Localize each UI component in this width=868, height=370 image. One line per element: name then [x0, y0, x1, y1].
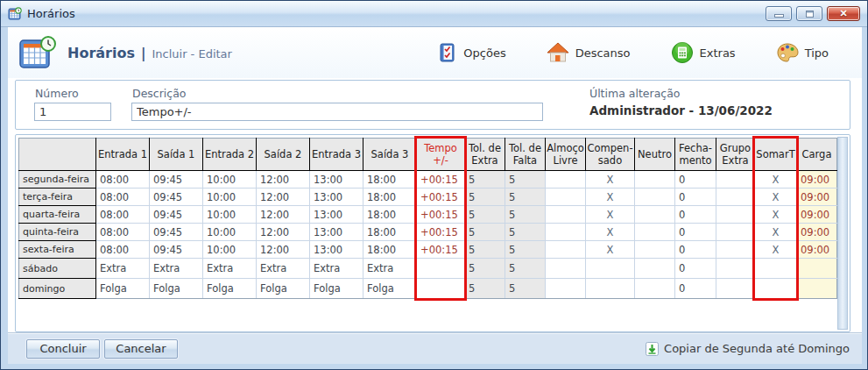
row-header-domingo[interactable]: domingo [19, 279, 96, 299]
cell-sexta-feira-saida1[interactable]: 09:45 [150, 241, 203, 259]
cell-quinta-feira-entrada1[interactable]: 08:00 [96, 224, 150, 241]
cancelar-button[interactable]: Cancelar [104, 339, 178, 359]
cell-sábado-tol_falta[interactable]: 5 [505, 259, 546, 279]
cell-sexta-feira-entrada3[interactable]: 13:00 [310, 241, 363, 259]
column-header-tol_falta[interactable]: Tol. de Falta [505, 139, 546, 171]
column-header-grupo_extra[interactable]: Grupo Extra [716, 139, 755, 171]
cell-quinta-feira-somart[interactable]: X [755, 224, 797, 241]
tipo-button[interactable]: Tipo [776, 42, 829, 63]
cell-sexta-feira-entrada1[interactable]: 08:00 [96, 241, 150, 259]
cell-domingo-fechamento[interactable]: 0 [675, 279, 716, 299]
cell-sábado-compensado[interactable] [586, 259, 635, 279]
cell-sábado-neutro[interactable] [635, 259, 675, 279]
opcoes-button[interactable]: Opções [438, 42, 505, 63]
cell-sábado-saida2[interactable]: Extra [257, 259, 310, 279]
cell-terça-feira-tempo[interactable]: +00:15 [417, 189, 465, 206]
cell-quinta-feira-saida2[interactable]: 12:00 [257, 224, 310, 241]
cell-quinta-feira-carga[interactable]: 09:00 [797, 224, 837, 241]
cell-quarta-feira-almoco[interactable] [546, 206, 586, 224]
cell-quarta-feira-entrada2[interactable]: 10:00 [203, 206, 257, 224]
cell-segunda-feira-neutro[interactable] [635, 171, 675, 189]
row-header-sábado[interactable]: sábado [19, 259, 96, 279]
cell-terça-feira-carga[interactable]: 09:00 [797, 189, 837, 206]
cell-segunda-feira-tol_falta[interactable]: 5 [505, 171, 546, 189]
cell-sábado-fechamento[interactable]: 0 [675, 259, 716, 279]
cell-terça-feira-almoco[interactable] [546, 189, 586, 206]
cell-quinta-feira-almoco[interactable] [546, 224, 586, 241]
cell-sábado-saida1[interactable]: Extra [150, 259, 203, 279]
cell-sexta-feira-neutro[interactable] [635, 241, 675, 259]
cell-quinta-feira-entrada3[interactable]: 13:00 [310, 224, 363, 241]
cell-sábado-entrada3[interactable]: Extra [310, 259, 363, 279]
column-header-fechamento[interactable]: Fecha- mento [675, 139, 716, 171]
cell-quinta-feira-compensado[interactable]: X [586, 224, 635, 241]
cell-quinta-feira-neutro[interactable] [635, 224, 675, 241]
cell-terça-feira-entrada1[interactable]: 08:00 [96, 189, 150, 206]
cell-quarta-feira-saida2[interactable]: 12:00 [257, 206, 310, 224]
cell-sábado-saida3[interactable]: Extra [363, 259, 417, 279]
cell-quinta-feira-tol_falta[interactable]: 5 [505, 224, 546, 241]
cell-sábado-tempo[interactable] [417, 259, 465, 279]
cell-domingo-tol_extra[interactable]: 5 [465, 279, 505, 299]
cell-segunda-feira-almoco[interactable] [546, 171, 586, 189]
cell-quinta-feira-tempo[interactable]: +00:15 [417, 224, 465, 241]
cell-domingo-compensado[interactable] [586, 279, 635, 299]
cell-quarta-feira-tol_extra[interactable]: 5 [465, 206, 505, 224]
cell-domingo-grupo_extra[interactable] [716, 279, 755, 299]
cell-segunda-feira-somart[interactable]: X [755, 171, 797, 189]
cell-quarta-feira-fechamento[interactable]: 0 [675, 206, 716, 224]
cell-terça-feira-grupo_extra[interactable] [716, 189, 755, 206]
cell-terça-feira-tol_falta[interactable]: 5 [505, 189, 546, 206]
cell-segunda-feira-grupo_extra[interactable] [716, 171, 755, 189]
column-header-compensado[interactable]: Compen- sado [586, 139, 635, 171]
column-header-entrada2[interactable]: Entrada 2 [203, 139, 257, 171]
column-header-saida3[interactable]: Saída 3 [363, 139, 417, 171]
cell-sexta-feira-tol_falta[interactable]: 5 [505, 241, 546, 259]
close-button[interactable]: ✕ [827, 6, 860, 21]
cell-quarta-feira-grupo_extra[interactable] [716, 206, 755, 224]
descricao-input[interactable] [131, 103, 543, 121]
cell-terça-feira-entrada2[interactable]: 10:00 [203, 189, 257, 206]
column-header-almoco[interactable]: Almoço Livre [546, 139, 586, 171]
numero-input[interactable] [34, 103, 111, 121]
cell-quarta-feira-saida1[interactable]: 09:45 [150, 206, 203, 224]
titlebar[interactable]: Horários ✕ [1, 1, 867, 27]
cell-domingo-saida2[interactable]: Folga [257, 279, 310, 299]
cell-terça-feira-somart[interactable]: X [755, 189, 797, 206]
cell-quarta-feira-tempo[interactable]: +00:15 [417, 206, 465, 224]
cell-sexta-feira-compensado[interactable]: X [586, 241, 635, 259]
cell-sexta-feira-entrada2[interactable]: 10:00 [203, 241, 257, 259]
cell-quarta-feira-somart[interactable]: X [755, 206, 797, 224]
cell-quarta-feira-tol_falta[interactable]: 5 [505, 206, 546, 224]
cell-segunda-feira-tempo[interactable]: +00:15 [417, 171, 465, 189]
cell-domingo-saida3[interactable]: Folga [363, 279, 417, 299]
descanso-button[interactable]: Descanso [547, 42, 631, 63]
cell-sexta-feira-fechamento[interactable]: 0 [675, 241, 716, 259]
row-header-quinta-feira[interactable]: quinta-feira [19, 224, 96, 241]
cell-domingo-entrada3[interactable]: Folga [310, 279, 363, 299]
maximize-button[interactable] [796, 6, 822, 21]
cell-sexta-feira-grupo_extra[interactable] [716, 241, 755, 259]
row-header-segunda-feira[interactable]: segunda-feira [19, 171, 96, 189]
row-header-quarta-feira[interactable]: quarta-feira [19, 206, 96, 224]
cell-domingo-saida1[interactable]: Folga [150, 279, 203, 299]
cell-terça-feira-saida3[interactable]: 18:00 [363, 189, 417, 206]
cell-quinta-feira-entrada2[interactable]: 10:00 [203, 224, 257, 241]
cell-terça-feira-fechamento[interactable]: 0 [675, 189, 716, 206]
cell-quarta-feira-neutro[interactable] [635, 206, 675, 224]
cell-terça-feira-compensado[interactable]: X [586, 189, 635, 206]
cell-domingo-carga[interactable] [797, 279, 837, 299]
cell-segunda-feira-carga[interactable]: 09:00 [797, 171, 837, 189]
cell-sexta-feira-saida2[interactable]: 12:00 [257, 241, 310, 259]
cell-quarta-feira-carga[interactable]: 09:00 [797, 206, 837, 224]
cell-sábado-grupo_extra[interactable] [716, 259, 755, 279]
cell-sexta-feira-almoco[interactable] [546, 241, 586, 259]
cell-quinta-feira-grupo_extra[interactable] [716, 224, 755, 241]
cell-terça-feira-saida1[interactable]: 09:45 [150, 189, 203, 206]
column-header-saida2[interactable]: Saída 2 [257, 139, 310, 171]
vertical-scrollbar[interactable] [837, 137, 848, 330]
cell-segunda-feira-fechamento[interactable]: 0 [675, 171, 716, 189]
column-header-entrada3[interactable]: Entrada 3 [310, 139, 363, 171]
cell-domingo-almoco[interactable] [546, 279, 586, 299]
cell-segunda-feira-saida1[interactable]: 09:45 [150, 171, 203, 189]
